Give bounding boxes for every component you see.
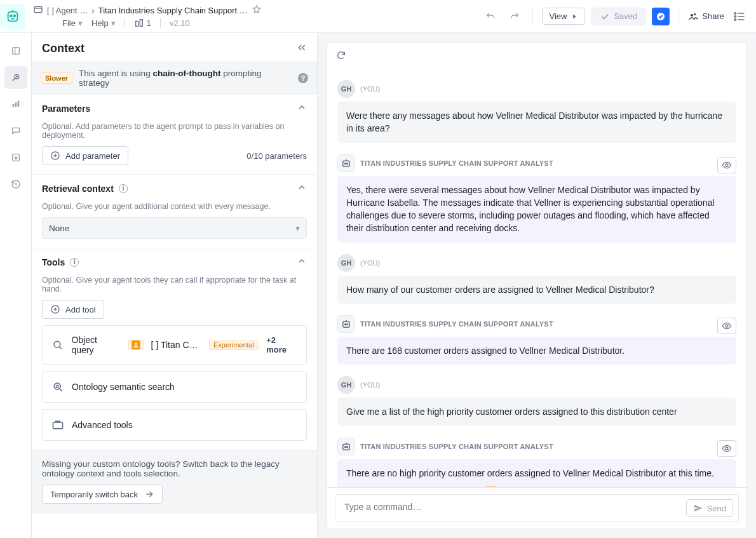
view-reasoning-button[interactable]	[717, 157, 736, 173]
you-label: (YOU)	[360, 381, 380, 389]
svg-point-8	[694, 13, 696, 15]
view-reasoning-button[interactable]	[717, 318, 736, 334]
tool-object-query[interactable]: Object query [ ] Titan Cu… Experimental …	[42, 325, 307, 365]
svg-point-28	[347, 324, 348, 325]
message-text: There are no high priority customer orde…	[346, 467, 727, 480]
redo-button[interactable]	[506, 8, 523, 25]
saved-button: Saved	[591, 8, 645, 25]
more-objects-count: +2 more	[266, 335, 297, 354]
chat-input-container: Send	[335, 494, 739, 522]
help-menu-label: Help	[91, 18, 109, 28]
rail-panel-icon[interactable]	[4, 39, 27, 62]
share-button[interactable]: Share	[688, 11, 724, 22]
favorite-star-icon[interactable]	[252, 4, 262, 17]
svg-rect-3	[34, 6, 42, 12]
parameters-title: Parameters	[42, 104, 90, 114]
svg-point-11	[734, 18, 736, 20]
svg-point-2	[13, 15, 15, 17]
switch-back-button[interactable]: Temporarily switch back	[42, 485, 163, 504]
slower-badge: Slower	[41, 72, 72, 84]
info-icon[interactable]: i	[70, 258, 79, 267]
view-button-label: View	[549, 11, 567, 21]
chevron-up-icon	[297, 256, 307, 268]
collapse-sidebar-icon[interactable]	[297, 43, 307, 55]
add-tool-button[interactable]: Add tool	[42, 300, 104, 319]
svg-rect-21	[53, 422, 63, 429]
svg-point-23	[345, 163, 346, 164]
experimental-tag: Experimental	[209, 340, 259, 350]
tools-section-header[interactable]: Tools i	[32, 248, 317, 276]
view-reasoning-button[interactable]	[717, 440, 736, 457]
svg-point-29	[726, 325, 728, 327]
agent-name: TITAN INDUSTRIES SUPPLY CHAIN SUPPORT AN…	[360, 159, 553, 167]
add-parameter-button[interactable]: Add parameter	[42, 146, 128, 165]
message-body: There are no high priority customer orde…	[337, 459, 736, 487]
chat-input-row: Send	[327, 487, 746, 528]
publish-button[interactable]	[652, 8, 670, 25]
send-label: Send	[707, 504, 726, 513]
svg-rect-4	[135, 21, 138, 26]
refresh-button[interactable]	[334, 48, 349, 63]
svg-point-19	[54, 383, 60, 389]
rail-history-icon[interactable]	[4, 173, 27, 196]
object-icon	[132, 340, 140, 349]
svg-rect-12	[12, 48, 19, 55]
svg-point-7	[691, 14, 693, 17]
file-menu[interactable]: File ▾	[62, 18, 83, 28]
tool-ontology-search[interactable]: Ontology semantic search	[42, 371, 307, 403]
chevron-up-icon	[297, 102, 307, 114]
svg-rect-0	[8, 11, 18, 21]
tool-label: Advanced tools	[72, 420, 133, 430]
chevron-down-icon: ▾	[111, 18, 116, 28]
top-bar: [ ] Agent … › Titan Industries Supply Ch…	[0, 0, 756, 33]
switch-back-label: Temporarily switch back	[50, 490, 138, 499]
svg-point-10	[734, 15, 736, 17]
info-icon[interactable]: i	[119, 184, 128, 193]
task-list-icon[interactable]	[731, 8, 748, 25]
rail-export-icon[interactable]	[4, 146, 27, 169]
you-label: (YOU)	[360, 259, 380, 267]
members-count: 1	[147, 18, 151, 28]
rail-analytics-icon[interactable]	[4, 93, 27, 116]
chat-message-user: GH (YOU) Give me a list of the high prio…	[337, 376, 736, 426]
svg-point-1	[10, 15, 12, 17]
view-button[interactable]: View	[542, 8, 585, 25]
chat-panel: GH (YOU) Were there any messages about h…	[318, 33, 756, 538]
retrieval-helper: Optional. Give your agent additional con…	[42, 202, 307, 211]
tool-advanced[interactable]: Advanced tools	[42, 409, 307, 441]
undo-button[interactable]	[482, 8, 499, 25]
chat-message-user: GH (YOU) Were there any messages about h…	[337, 80, 736, 143]
help-icon[interactable]: ?	[298, 73, 308, 83]
breadcrumb-title[interactable]: Titan Industries Supply Chain Support …	[98, 6, 248, 15]
rail-context-icon[interactable]	[4, 66, 27, 89]
user-avatar: GH	[337, 80, 355, 98]
saved-label: Saved	[614, 11, 637, 21]
breadcrumb-parent[interactable]: [ ] Agent …	[47, 6, 88, 15]
svg-point-24	[347, 163, 348, 164]
main-area: Context Slower This agent is using chain…	[0, 33, 756, 538]
send-button[interactable]: Send	[686, 499, 733, 517]
object-type-chip[interactable]	[128, 340, 144, 350]
toolbar-divider	[678, 9, 679, 24]
parameters-section-header[interactable]: Parameters	[32, 95, 317, 122]
tools-section: Tools i Optional. Give your agent tools …	[32, 248, 317, 450]
svg-point-33	[726, 447, 728, 450]
add-tool-label: Add tool	[65, 305, 96, 314]
rail-chat-icon[interactable]	[4, 119, 27, 142]
retrieval-section-header[interactable]: Retrieval context i	[32, 175, 317, 202]
svg-point-25	[726, 164, 728, 166]
chat-input[interactable]	[343, 501, 614, 513]
message-text: Give me a list of the high priority cust…	[337, 398, 736, 426]
file-menu-label: File	[62, 18, 76, 28]
add-parameter-label: Add parameter	[65, 151, 120, 161]
retrieval-context-select[interactable]: None ▾	[42, 217, 307, 239]
breadcrumb: [ ] Agent … › Titan Industries Supply Ch…	[33, 2, 482, 17]
retrieval-select-value: None	[49, 224, 69, 233]
prompting-strategy-notice: Slower This agent is using chain-of-thou…	[32, 62, 317, 95]
svg-point-9	[734, 12, 736, 14]
members-indicator[interactable]: 1	[134, 18, 151, 28]
svg-point-18	[135, 343, 137, 345]
parameters-helper: Optional. Add parameters to the agent pr…	[42, 122, 307, 140]
help-menu[interactable]: Help ▾	[91, 18, 116, 28]
tool-label: Ontology semantic search	[72, 382, 175, 392]
